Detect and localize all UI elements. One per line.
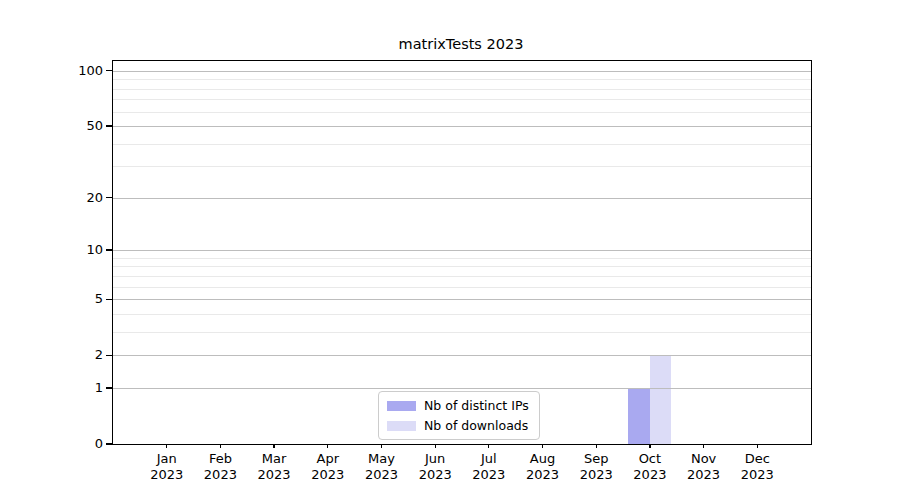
y-tick-label: 1 — [51, 380, 103, 395]
gridline-major — [113, 388, 811, 389]
gridline-major — [113, 71, 811, 72]
y-axis-tick — [106, 443, 113, 444]
gridline-minor — [113, 314, 811, 315]
x-axis-tick — [327, 444, 328, 448]
y-tick-label: 50 — [51, 118, 103, 133]
gridline-minor — [113, 276, 811, 277]
x-axis-tick — [166, 444, 167, 448]
y-axis-tick — [106, 387, 113, 388]
x-tick-label: Jan 2023 — [137, 451, 197, 483]
y-axis-tick — [106, 70, 113, 71]
y-tick-label: 2 — [51, 347, 103, 362]
x-tick-label: Jul 2023 — [459, 451, 519, 483]
x-axis-tick — [435, 444, 436, 448]
gridline-major — [113, 126, 811, 127]
y-tick-label: 100 — [51, 63, 103, 78]
y-axis-tick — [106, 125, 113, 126]
bar-nb-of-distinct-ips — [628, 388, 650, 444]
legend: Nb of distinct IPsNb of downloads — [378, 391, 540, 440]
gridline-major — [113, 355, 811, 356]
gridline-minor — [113, 144, 811, 145]
gridline-minor — [113, 287, 811, 288]
x-tick-label: Apr 2023 — [298, 451, 358, 483]
x-tick-label: Jun 2023 — [405, 451, 465, 483]
x-axis-tick — [596, 444, 597, 448]
gridline-major — [113, 198, 811, 199]
x-axis-tick — [542, 444, 543, 448]
x-tick-label: Dec 2023 — [727, 451, 787, 483]
x-tick-label: Oct 2023 — [620, 451, 680, 483]
gridline-minor — [113, 89, 811, 90]
figure: matrixTests 2023 Nb of distinct IPsNb of… — [0, 0, 900, 500]
x-axis-tick — [273, 444, 274, 448]
x-axis-tick — [757, 444, 758, 448]
x-tick-label: Nov 2023 — [674, 451, 734, 483]
x-axis-tick — [649, 444, 650, 448]
x-axis-tick — [488, 444, 489, 448]
chart-title: matrixTests 2023 — [112, 36, 810, 52]
x-axis-tick — [381, 444, 382, 448]
y-tick-label: 10 — [51, 242, 103, 257]
legend-row: Nb of downloads — [387, 418, 529, 433]
legend-row: Nb of distinct IPs — [387, 398, 529, 413]
bar-nb-of-downloads — [650, 355, 672, 444]
y-axis-tick — [106, 355, 113, 356]
gridline-major — [113, 299, 811, 300]
gridline-minor — [113, 79, 811, 80]
gridline-minor — [113, 166, 811, 167]
gridline-minor — [113, 112, 811, 113]
plot-area: Nb of distinct IPsNb of downloads 012510… — [112, 60, 812, 445]
x-tick-label: Sep 2023 — [566, 451, 626, 483]
legend-swatch — [387, 401, 416, 411]
legend-label: Nb of distinct IPs — [424, 398, 529, 413]
y-axis-tick — [106, 299, 113, 300]
x-axis-tick — [220, 444, 221, 448]
gridline-minor — [113, 332, 811, 333]
y-axis-tick — [106, 197, 113, 198]
legend-label: Nb of downloads — [424, 418, 528, 433]
x-tick-label: May 2023 — [352, 451, 412, 483]
gridline-major — [113, 250, 811, 251]
x-axis-tick — [703, 444, 704, 448]
gridline-minor — [113, 258, 811, 259]
x-tick-label: Mar 2023 — [244, 451, 304, 483]
x-tick-label: Aug 2023 — [513, 451, 573, 483]
y-tick-label: 5 — [51, 291, 103, 306]
y-axis-tick — [106, 249, 113, 250]
gridline-minor — [113, 99, 811, 100]
gridline-minor — [113, 266, 811, 267]
y-tick-label: 0 — [51, 436, 103, 451]
y-tick-label: 20 — [51, 190, 103, 205]
legend-swatch — [387, 421, 416, 431]
x-tick-label: Feb 2023 — [190, 451, 250, 483]
